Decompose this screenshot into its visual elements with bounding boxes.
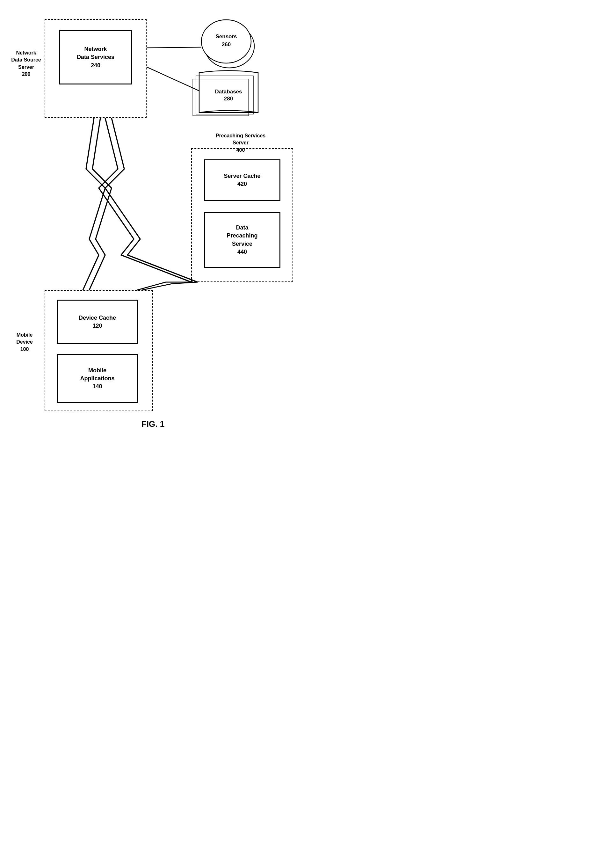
- svg-rect-4: [199, 73, 258, 113]
- diagram-container: Sensors 260 Databases 280 Networ: [0, 0, 308, 434]
- device-cache-box: Device Cache120: [57, 300, 138, 344]
- svg-rect-5: [196, 76, 253, 114]
- network-data-services-box: NetworkData Services240: [59, 30, 132, 84]
- svg-text:260: 260: [222, 41, 231, 47]
- svg-point-0: [204, 25, 254, 68]
- figure-label: FIG. 1: [121, 419, 185, 429]
- svg-text:280: 280: [224, 95, 233, 102]
- svg-line-10: [147, 67, 199, 91]
- mobile-device-label: MobileDevice100: [7, 332, 42, 353]
- svg-text:Sensors: Sensors: [215, 33, 237, 39]
- svg-text:Databases: Databases: [215, 89, 242, 95]
- server-cache-box: Server Cache420: [204, 160, 280, 201]
- mobile-applications-box: MobileApplications140: [57, 354, 138, 403]
- network-data-source-label: NetworkData SourceServer200: [7, 49, 45, 78]
- svg-rect-6: [193, 79, 248, 116]
- svg-line-9: [147, 47, 201, 48]
- svg-point-1: [201, 20, 251, 63]
- data-precaching-box: DataPrecachingService440: [204, 212, 280, 268]
